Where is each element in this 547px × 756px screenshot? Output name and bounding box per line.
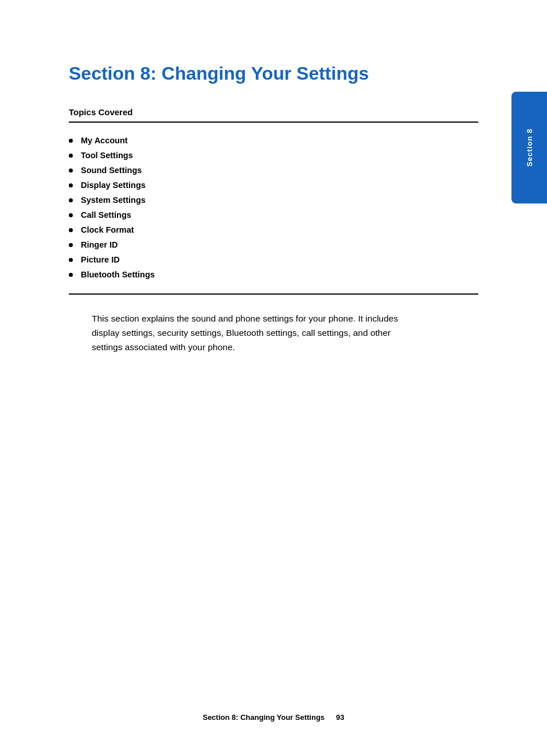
page-footer: Section 8: Changing Your Settings 93 [0, 713, 547, 722]
topic-call-settings: Call Settings [81, 210, 131, 220]
topics-list: My Account Tool Settings Sound Settings … [69, 133, 478, 282]
list-item: System Settings [69, 193, 478, 207]
list-item: Display Settings [69, 178, 478, 193]
bullet-icon [69, 228, 73, 232]
topic-bluetooth-settings: Bluetooth Settings [81, 270, 155, 279]
topic-display-settings: Display Settings [81, 181, 146, 190]
section-tab-text: Section 8 [525, 128, 534, 167]
list-item: Sound Settings [69, 163, 478, 178]
bullet-icon [69, 183, 73, 187]
page-title: Section 8: Changing Your Settings [69, 63, 478, 84]
topic-system-settings: System Settings [81, 195, 146, 205]
list-item: My Account [69, 133, 478, 148]
bullet-icon [69, 139, 73, 143]
description-text: This section explains the sound and phon… [92, 312, 401, 354]
topic-clock-format: Clock Format [81, 225, 134, 234]
list-item: Picture ID [69, 252, 478, 267]
bullet-icon [69, 198, 73, 202]
topic-ringer-id: Ringer ID [81, 240, 118, 249]
list-item: Tool Settings [69, 148, 478, 163]
topic-picture-id: Picture ID [81, 255, 120, 264]
footer-page-number: 93 [336, 713, 344, 722]
bullet-icon [69, 258, 73, 262]
topic-tool-settings: Tool Settings [81, 151, 133, 160]
bullet-icon [69, 243, 73, 247]
topics-section: Topics Covered My Account Tool Settings … [69, 107, 478, 295]
list-item: Bluetooth Settings [69, 267, 478, 282]
list-item: Call Settings [69, 207, 478, 222]
footer-label: Section 8: Changing Your Settings [202, 713, 325, 722]
page-container: Section 8 Section 8: Changing Your Setti… [0, 0, 547, 756]
list-item: Ringer ID [69, 237, 478, 252]
topic-sound-settings: Sound Settings [81, 166, 142, 175]
topic-my-account: My Account [81, 136, 128, 145]
section-tab: Section 8 [511, 92, 547, 203]
topics-divider [69, 293, 478, 295]
list-item: Clock Format [69, 222, 478, 237]
bullet-icon [69, 154, 73, 158]
bullet-icon [69, 213, 73, 217]
bullet-icon [69, 273, 73, 277]
topics-heading: Topics Covered [69, 107, 478, 123]
bullet-icon [69, 169, 73, 173]
